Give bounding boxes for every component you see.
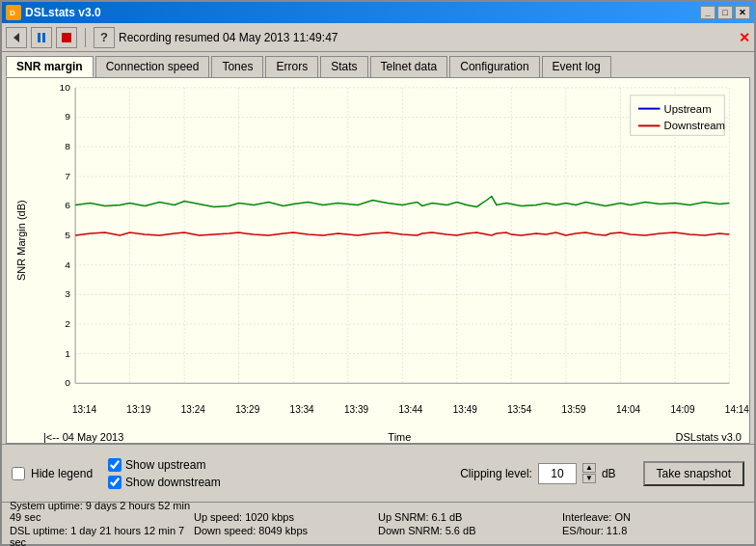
svg-text:4: 4 — [65, 259, 70, 270]
interleave: Interleave: ON — [562, 511, 746, 523]
show-lines-group: Show upstream Show downstream — [108, 458, 221, 489]
show-downstream-checkbox[interactable] — [108, 476, 122, 489]
clipping-unit: dB — [602, 467, 616, 480]
chart-area: SNR Margin (dB) — [6, 77, 750, 444]
title-bar: D DSLstats v3.0 _ □ ✕ — [2, 2, 754, 23]
status-col-1: System uptime: 9 days 2 hours 52 min 49 … — [10, 500, 194, 547]
clipping-label: Clipping level: — [460, 467, 532, 480]
svg-text:Upstream: Upstream — [664, 103, 712, 115]
controls-bar: Hide legend Show upstream Show downstrea… — [2, 444, 754, 502]
app-icon: D — [6, 5, 21, 20]
clipping-value-input[interactable]: 10 — [538, 463, 577, 484]
svg-text:D: D — [10, 9, 15, 17]
svg-rect-4 — [42, 33, 45, 42]
x-axis-area: 13:14 13:19 13:24 13:29 13:34 13:39 13:4… — [36, 402, 749, 431]
system-uptime: System uptime: 9 days 2 hours 52 min 49 … — [10, 500, 194, 523]
status-col-4: Interleave: ON ES/hour: 11.8 — [562, 511, 746, 536]
chart-x-title: Time — [388, 431, 411, 443]
chart-svg: 0 1 2 3 4 5 6 7 8 9 10 — [36, 78, 749, 402]
down-snrm: Down SNRM: 5.6 dB — [378, 525, 562, 536]
pause-button[interactable] — [31, 27, 52, 48]
tab-connection-speed[interactable]: Connection speed — [95, 56, 210, 77]
status-bar: System uptime: 9 days 2 hours 52 min 49 … — [2, 502, 754, 544]
back-button[interactable] — [6, 27, 27, 48]
dsl-uptime: DSL uptime: 1 day 21 hours 12 min 7 sec — [10, 525, 194, 547]
down-speed: Down speed: 8049 kbps — [194, 525, 378, 536]
svg-text:5: 5 — [65, 230, 70, 240]
svg-text:9: 9 — [65, 112, 70, 123]
y-axis-label: SNR Margin (dB) — [7, 78, 36, 402]
status-col-3: Up SNRM: 6.1 dB Down SNRM: 5.6 dB — [378, 511, 562, 536]
x-axis-labels: 13:14 13:19 13:24 13:29 13:34 13:39 13:4… — [72, 402, 749, 431]
take-snapshot-button[interactable]: Take snapshot — [643, 461, 744, 486]
tab-stats[interactable]: Stats — [320, 56, 367, 77]
window-controls: _ □ ✕ — [700, 6, 750, 19]
maximize-button[interactable]: □ — [717, 6, 733, 19]
toolbar: ? Recording resumed 04 May 2013 11:49:47… — [2, 23, 754, 52]
spin-down-button[interactable]: ▼ — [582, 474, 596, 483]
tab-configuration[interactable]: Configuration — [449, 56, 539, 77]
svg-text:3: 3 — [65, 288, 70, 299]
tab-telnet-data[interactable]: Telnet data — [370, 56, 448, 77]
show-upstream-checkbox[interactable] — [108, 458, 122, 472]
main-window: D DSLstats v3.0 _ □ ✕ ? R — [0, 0, 756, 546]
recording-status: Recording resumed 04 May 2013 11:49:47 — [119, 31, 338, 44]
hide-legend-checkbox[interactable] — [12, 467, 25, 480]
clipping-group: Clipping level: 10 ▲ ▼ dB — [460, 463, 615, 484]
svg-text:2: 2 — [65, 318, 70, 329]
svg-text:10: 10 — [60, 82, 71, 93]
show-upstream-row: Show upstream — [108, 458, 221, 472]
show-downstream-label[interactable]: Show downstream — [125, 476, 221, 489]
show-downstream-row: Show downstream — [108, 476, 221, 489]
status-col-2: Up speed: 1020 kbps Down speed: 8049 kbp… — [194, 511, 378, 536]
window-title: DSLstats v3.0 — [25, 6, 700, 19]
show-upstream-label[interactable]: Show upstream — [125, 458, 205, 472]
up-snrm: Up SNRM: 6.1 dB — [378, 511, 562, 523]
y-axis-ticks: 0 1 2 3 4 5 6 7 8 9 10 — [60, 82, 71, 388]
help-button[interactable]: ? — [94, 27, 115, 48]
svg-marker-2 — [14, 33, 19, 42]
svg-text:6: 6 — [65, 201, 70, 211]
es-per-hour: ES/hour: 11.8 — [562, 525, 746, 536]
svg-text:0: 0 — [65, 377, 70, 388]
up-speed: Up speed: 1020 kbps — [194, 511, 378, 523]
svg-text:Downstream: Downstream — [664, 121, 725, 132]
toolbar-close-icon[interactable]: ✕ — [739, 30, 750, 45]
chart-bottom-labels: |<-- 04 May 2013 Time DSLstats v3.0 — [36, 431, 749, 443]
svg-rect-5 — [62, 33, 71, 42]
stop-button[interactable] — [56, 27, 77, 48]
minimize-button[interactable]: _ — [700, 6, 716, 19]
toolbar-separator — [85, 28, 86, 47]
clipping-spinner: ▲ ▼ — [582, 463, 596, 483]
chart-left-label: |<-- 04 May 2013 — [43, 431, 123, 443]
tab-snr-margin[interactable]: SNR margin — [6, 56, 94, 77]
hide-legend-label[interactable]: Hide legend — [31, 467, 93, 480]
upstream-line — [75, 197, 729, 207]
svg-rect-3 — [38, 33, 40, 42]
svg-text:8: 8 — [65, 141, 70, 151]
tab-bar: SNR margin Connection speed Tones Errors… — [2, 52, 754, 77]
close-button[interactable]: ✕ — [735, 6, 750, 19]
chart-right-label: DSLstats v3.0 — [676, 431, 742, 443]
svg-text:1: 1 — [65, 348, 70, 359]
chart-container: SNR Margin (dB) — [7, 78, 749, 402]
svg-text:7: 7 — [65, 171, 70, 181]
tab-tones[interactable]: Tones — [211, 56, 263, 77]
hide-legend-group: Hide legend — [12, 467, 93, 480]
tab-errors[interactable]: Errors — [265, 56, 318, 77]
chart-legend: Upstream Downstream — [631, 96, 725, 136]
chart-inner: 0 1 2 3 4 5 6 7 8 9 10 — [36, 78, 749, 402]
spin-up-button[interactable]: ▲ — [582, 463, 596, 473]
tab-event-log[interactable]: Event log — [542, 56, 611, 77]
